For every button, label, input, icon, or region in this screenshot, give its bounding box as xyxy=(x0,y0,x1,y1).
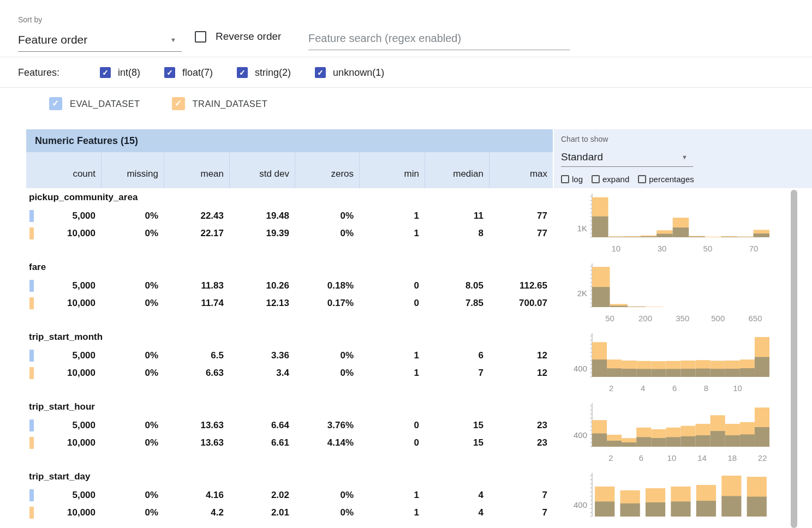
train-dataset-swatch xyxy=(29,297,34,309)
checkmark-icon: ✓ xyxy=(175,99,182,108)
reverse-order-label: Reverse order xyxy=(216,31,281,43)
percentages-checkbox[interactable] xyxy=(638,175,646,183)
log-checkbox[interactable] xyxy=(561,175,569,183)
stat-cell: 3.36 xyxy=(229,350,295,361)
sort-by-value: Feature order xyxy=(18,33,87,46)
histogram-chart: 1K10305070 xyxy=(562,193,772,260)
stat-cell: 5,000 xyxy=(26,420,101,431)
chevron-down-icon: ▼ xyxy=(170,37,176,43)
stat-cell: 22.43 xyxy=(164,211,229,221)
stat-cell: 0% xyxy=(101,490,164,501)
stat-cell: 700.07 xyxy=(489,298,553,309)
stat-cell: 5,000 xyxy=(26,211,101,221)
svg-text:6: 6 xyxy=(672,383,677,393)
numeric-features-title: Numeric Features (15) xyxy=(26,129,553,152)
stat-cell: 7 xyxy=(489,507,553,518)
sort-by-select[interactable]: Feature order ▼ xyxy=(18,28,182,52)
stat-cell: 4.2 xyxy=(164,507,229,518)
stat-cell: 5,000 xyxy=(26,490,101,501)
svg-text:350: 350 xyxy=(676,314,689,323)
stat-cell: 0% xyxy=(295,350,359,361)
stat-cell: 1 xyxy=(359,368,425,379)
stat-cell: 10.26 xyxy=(229,280,295,291)
eval-dataset-label: EVAL_DATASET xyxy=(70,99,140,109)
stat-cell: 0% xyxy=(295,490,359,501)
stat-cell: 0% xyxy=(101,507,164,518)
stat-cell: 6.63 xyxy=(164,368,229,379)
svg-text:10: 10 xyxy=(733,383,742,393)
checkmark-icon: ✓ xyxy=(239,69,246,76)
svg-text:14: 14 xyxy=(697,453,707,463)
chart-type-select[interactable]: Standard ▼ xyxy=(561,147,693,167)
svg-text:2: 2 xyxy=(609,383,613,393)
stat-cell: 7 xyxy=(489,490,553,501)
stat-cell: 77 xyxy=(489,211,553,221)
stat-row-eval: 5,0000%22.4319.480%11177 xyxy=(26,207,553,225)
svg-text:6: 6 xyxy=(639,453,643,463)
search-input[interactable] xyxy=(308,27,570,50)
svg-text:2K: 2K xyxy=(577,289,587,298)
stat-cell: 1 xyxy=(359,507,425,518)
stat-row-train: 10,0000%6.633.40%1712 xyxy=(26,364,553,382)
train-dataset-checkbox[interactable]: ✓ xyxy=(172,97,185,110)
eval-dataset-swatch xyxy=(29,210,34,222)
svg-text:1K: 1K xyxy=(577,224,587,233)
eval-dataset-swatch xyxy=(29,350,34,362)
svg-text:2: 2 xyxy=(608,453,613,463)
stat-cell: 10,000 xyxy=(26,228,101,239)
stat-row-train: 10,0000%4.22.010%147 xyxy=(26,504,553,521)
train-dataset-item: ✓ TRAIN_DATASET xyxy=(172,97,268,110)
feature-name: fare xyxy=(26,262,553,277)
stat-cell: 13.63 xyxy=(164,420,229,431)
string-checkbox[interactable]: ✓ xyxy=(237,67,248,78)
feature-rows: pickup_community_area5,0000%22.4319.480%… xyxy=(26,192,553,528)
feature-block: pickup_community_area5,0000%22.4319.480%… xyxy=(26,192,553,242)
chart-controls-panel: Chart to show Standard ▼ log expand perc… xyxy=(554,129,812,188)
int-checkbox[interactable]: ✓ xyxy=(100,67,111,78)
histogram-fare: 2K50200350500650 xyxy=(562,263,772,329)
sort-by-label: Sort by xyxy=(18,15,42,24)
svg-text:18: 18 xyxy=(727,453,737,463)
toolbar: Sort by Feature order ▼ Reverse order xyxy=(0,0,812,57)
stat-cell: 0% xyxy=(101,368,164,379)
stat-cell: 4 xyxy=(425,507,489,518)
column-header-stddev: std dev xyxy=(229,152,295,188)
features-label: Features: xyxy=(18,67,59,79)
filter-string: ✓ string(2) xyxy=(237,67,291,79)
stat-cell: 2.02 xyxy=(229,490,295,501)
stat-cell: 3.76% xyxy=(295,420,359,431)
stat-cell: 0% xyxy=(101,211,164,221)
stat-cell: 6.64 xyxy=(229,420,295,431)
stat-cell: 7 xyxy=(425,368,489,379)
svg-text:70: 70 xyxy=(749,244,759,253)
filter-unknown-label: unknown(1) xyxy=(333,67,384,79)
histogram-trip_start_month: 400246810 xyxy=(562,333,772,399)
stat-cell: 0% xyxy=(101,420,164,431)
scrollbar-thumb[interactable] xyxy=(791,190,797,528)
unknown-checkbox[interactable]: ✓ xyxy=(315,67,326,78)
expand-checkbox[interactable] xyxy=(592,175,600,183)
stat-row-eval: 5,0000%13.636.643.76%01523 xyxy=(26,417,553,434)
stat-row-train: 10,0000%11.7412.130.17%07.85700.07 xyxy=(26,295,553,312)
column-header-count: count xyxy=(26,152,101,188)
stat-cell: 0.18% xyxy=(295,280,359,291)
stat-row-eval: 5,0000%4.162.020%147 xyxy=(26,487,553,504)
column-header-zeros: zeros xyxy=(295,152,359,188)
stat-cell: 23 xyxy=(489,437,553,448)
stat-cell: 112.65 xyxy=(489,280,553,291)
column-header-max: max xyxy=(489,152,553,188)
stat-cell: 0 xyxy=(359,298,425,309)
float-checkbox[interactable]: ✓ xyxy=(164,67,175,78)
dataset-legend: ✓ EVAL_DATASET ✓ TRAIN_DATASET xyxy=(49,88,267,119)
eval-dataset-checkbox[interactable]: ✓ xyxy=(49,97,62,110)
stat-cell: 0% xyxy=(295,228,359,239)
chart-options: log expand percentages xyxy=(561,175,694,184)
reverse-order-checkbox[interactable] xyxy=(195,31,206,43)
checkmark-icon: ✓ xyxy=(317,69,324,76)
stat-cell: 4.14% xyxy=(295,437,359,448)
stat-cell: 15 xyxy=(425,420,489,431)
feature-name: trip_start_day xyxy=(26,471,553,487)
svg-text:400: 400 xyxy=(574,430,587,440)
stat-cell: 0 xyxy=(359,437,425,448)
stat-cell: 6.5 xyxy=(164,350,229,361)
